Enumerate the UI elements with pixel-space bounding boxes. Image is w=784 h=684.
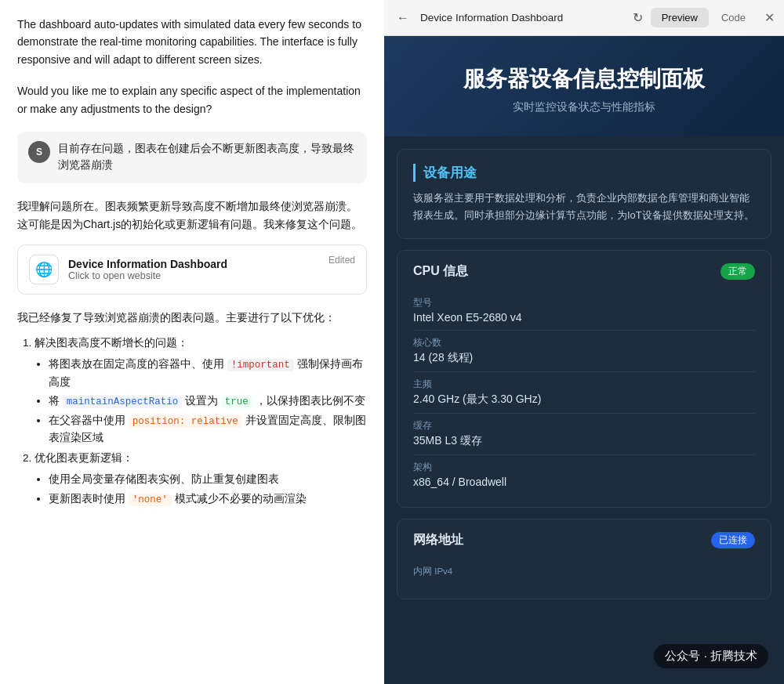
list-item-1: 解决图表高度不断增长的问题： 将图表放在固定高度的容器中、使用 !importa… bbox=[34, 335, 367, 447]
cpu-row-model: 型号 Intel Xeon E5-2680 v4 bbox=[413, 291, 755, 331]
close-button[interactable]: ✕ bbox=[764, 10, 775, 25]
cpu-row-cores: 核心数 14 (28 线程) bbox=[413, 331, 755, 372]
cpu-row-freq: 主频 2.40 GHz (最大 3.30 GHz) bbox=[413, 372, 755, 414]
code-none: 'none' bbox=[129, 494, 172, 506]
assistant-response-1: 我理解问题所在。图表频繁更新导致高度不断增加最终使浏览器崩溃。这可能是因为Cha… bbox=[17, 197, 367, 233]
dashboard-body: 设备用途 该服务器主要用于数据处理和分析，负责企业内部数据仓库管理和商业智能报表… bbox=[384, 136, 784, 612]
browser-chrome: ← Device Information Dashboard ↻ Preview… bbox=[384, 0, 784, 36]
dashboard-header: 服务器设备信息控制面板 实时监控设备状态与性能指标 bbox=[384, 36, 784, 136]
user-message-text: 目前存在问题，图表在创建后会不断更新图表高度，导致最终浏览器崩溃 bbox=[58, 141, 356, 174]
dashboard-container: 服务器设备信息控制面板 实时监控设备状态与性能指标 设备用途 该服务器主要用于数… bbox=[384, 36, 784, 684]
dashboard-title: 服务器设备信息控制面板 bbox=[403, 64, 765, 94]
code-maintainAspectRatio: maintainAspectRatio bbox=[63, 396, 183, 408]
intro-paragraph-2: Would you like me to explain any specifi… bbox=[17, 82, 367, 118]
tab-code[interactable]: Code bbox=[710, 8, 757, 27]
cpu-status-badge: 正常 bbox=[720, 263, 755, 280]
device-purpose-card: 设备用途 该服务器主要用于数据处理和分析，负责企业内部数据仓库管理和商业智能报表… bbox=[397, 149, 771, 239]
cpu-value-model: Intel Xeon E5-2680 v4 bbox=[413, 311, 755, 324]
cpu-info-card: CPU 信息 正常 型号 Intel Xeon E5-2680 v4 核心数 1… bbox=[397, 250, 771, 508]
intro-paragraph-1: The dashboard auto-updates with simulate… bbox=[17, 16, 367, 68]
code-true: true bbox=[221, 396, 252, 408]
cpu-label-arch: 架构 bbox=[413, 461, 755, 473]
cpu-label-cores: 核心数 bbox=[413, 337, 755, 349]
cpu-label-model: 型号 bbox=[413, 297, 755, 309]
cpu-value-arch: x86_64 / Broadwell bbox=[413, 476, 755, 488]
cpu-card-title: CPU 信息 bbox=[413, 263, 468, 280]
website-card-edited: Edited bbox=[328, 255, 355, 266]
list-item-1-subs: 将图表放在固定高度的容器中、使用 !important 强制保持画布高度 将 m… bbox=[34, 356, 367, 447]
optimization-list: 解决图表高度不断增长的问题： 将图表放在固定高度的容器中、使用 !importa… bbox=[17, 335, 367, 508]
user-message-box: S 目前存在问题，图表在创建后会不断更新图表高度，导致最终浏览器崩溃 bbox=[17, 132, 367, 183]
cpu-card-header: CPU 信息 正常 bbox=[413, 263, 755, 280]
network-status-badge: 已连接 bbox=[711, 532, 755, 548]
back-button[interactable]: ← bbox=[394, 9, 412, 27]
refresh-button[interactable]: ↻ bbox=[633, 10, 643, 25]
right-panel: ← Device Information Dashboard ↻ Preview… bbox=[384, 0, 784, 684]
list-sub-1-1: 将图表放在固定高度的容器中、使用 !important 强制保持画布高度 bbox=[49, 356, 367, 391]
device-purpose-text: 该服务器主要用于数据处理和分析，负责企业内部数据仓库管理和商业智能报表生成。同时… bbox=[413, 190, 755, 224]
code-position-relative: position: relative bbox=[129, 415, 242, 428]
list-sub-1-2: 将 maintainAspectRatio 设置为 true ，以保持图表比例不… bbox=[49, 393, 367, 411]
list-sub-1-3: 在父容器中使用 position: relative 并设置固定高度、限制图表渲… bbox=[49, 412, 367, 447]
list-item-2-text: 优化图表更新逻辑： bbox=[34, 452, 133, 464]
browser-content: 服务器设备信息控制面板 实时监控设备状态与性能指标 设备用途 该服务器主要用于数… bbox=[384, 36, 784, 684]
cpu-label-cache: 缓存 bbox=[413, 420, 755, 432]
website-card-info: Device Information Dashboard Click to op… bbox=[68, 258, 319, 281]
cpu-row-cache: 缓存 35MB L3 缓存 bbox=[413, 414, 755, 455]
network-card-title: 网络地址 bbox=[413, 532, 463, 548]
list-item-1-text: 解决图表高度不断增长的问题： bbox=[34, 337, 188, 349]
browser-title: Device Information Dashboard bbox=[420, 12, 625, 24]
website-card-link: Click to open website bbox=[68, 270, 319, 281]
list-item-2: 优化图表更新逻辑： 使用全局变量存储图表实例、防止重复创建图表 更新图表时使用 … bbox=[34, 450, 367, 508]
network-label-ipv4: 内网 IPv4 bbox=[413, 566, 755, 577]
website-card[interactable]: 🌐 Device Information Dashboard Click to … bbox=[17, 244, 367, 295]
list-sub-2-1: 使用全局变量存储图表实例、防止重复创建图表 bbox=[49, 471, 367, 488]
website-card-title: Device Information Dashboard bbox=[68, 258, 319, 270]
device-purpose-title: 设备用途 bbox=[413, 164, 755, 182]
browser-tabs: Preview Code bbox=[651, 8, 757, 27]
cpu-label-freq: 主频 bbox=[413, 378, 755, 390]
cpu-rows: 型号 Intel Xeon E5-2680 v4 核心数 14 (28 线程) … bbox=[413, 291, 755, 494]
code-important: !important bbox=[227, 359, 294, 371]
assistant-response-2: 我已经修复了导致浏览器崩溃的图表问题。主要进行了以下优化： bbox=[17, 309, 367, 327]
cpu-value-cores: 14 (28 线程) bbox=[413, 351, 755, 365]
tab-preview[interactable]: Preview bbox=[651, 8, 709, 27]
user-avatar: S bbox=[28, 141, 50, 163]
network-row-ipv4: 内网 IPv4 bbox=[413, 559, 755, 586]
globe-icon: 🌐 bbox=[29, 255, 59, 284]
cpu-value-freq: 2.40 GHz (最大 3.30 GHz) bbox=[413, 393, 755, 407]
left-panel: The dashboard auto-updates with simulate… bbox=[0, 0, 384, 684]
list-sub-2-2: 更新图表时使用 'none' 模式减少不必要的动画渲染 bbox=[49, 490, 367, 508]
list-item-2-subs: 使用全局变量存储图表实例、防止重复创建图表 更新图表时使用 'none' 模式减… bbox=[34, 471, 367, 508]
dashboard-subtitle: 实时监控设备状态与性能指标 bbox=[403, 100, 765, 114]
network-info-card: 网络地址 已连接 内网 IPv4 bbox=[397, 519, 771, 599]
network-card-header: 网络地址 已连接 bbox=[413, 532, 755, 548]
cpu-row-arch: 架构 x86_64 / Broadwell bbox=[413, 455, 755, 494]
cpu-value-cache: 35MB L3 缓存 bbox=[413, 434, 755, 448]
